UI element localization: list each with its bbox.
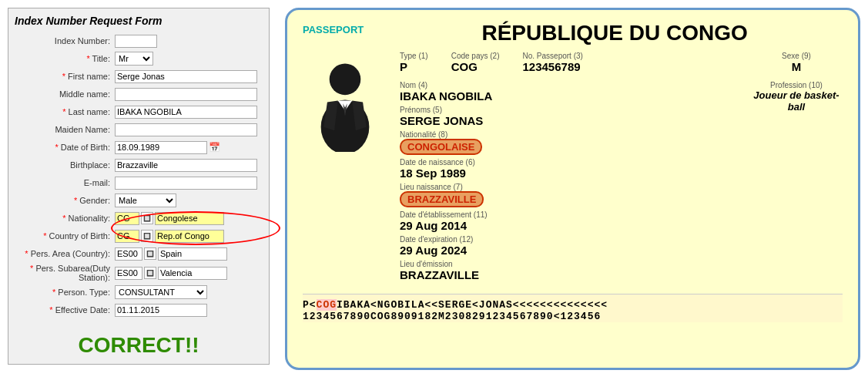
maiden-name-label: Maiden Name:	[15, 125, 115, 134]
dob-label: Date of Birth:	[15, 143, 115, 152]
effective-date-input[interactable]	[115, 304, 207, 317]
middle-name-input[interactable]	[115, 88, 257, 101]
pers-subarea-flag-btn[interactable]: 🔲	[144, 267, 156, 279]
sex-block: Sexe (9) M	[750, 52, 843, 73]
dob-input[interactable]	[115, 141, 207, 154]
pers-subarea-text-input[interactable]	[158, 267, 227, 280]
nationality-text-input[interactable]	[155, 212, 224, 225]
calendar-icon[interactable]: 📅	[209, 142, 220, 153]
country-birth-label: Country of Birth:	[15, 231, 115, 241]
dob-row: Date of Birth: 📅	[15, 140, 263, 155]
birthplace-row: Birthplace:	[15, 157, 263, 173]
mrz-line-2: 1234567890COG8909182M2308291234567890<12…	[303, 311, 843, 322]
title-select[interactable]: Mr Ms Dr	[115, 52, 153, 66]
nom-value: IBAKA NGOBILA	[400, 89, 738, 103]
email-input[interactable]	[115, 177, 257, 190]
type-block: Type (1) P	[400, 52, 428, 73]
passport-no-value: 123456789	[523, 60, 583, 73]
prenoms-block: Prénoms (5) SERGE JONAS	[400, 106, 738, 127]
pp-emission-label: Lieu d'émission	[400, 260, 738, 268]
form-panel: Index Number Request Form Index Number: …	[8, 8, 270, 365]
pp-birthplace-label: Lieu naissance (7)	[400, 183, 738, 191]
correct-label: CORRECT!!	[15, 333, 263, 358]
mrz-section: P<COGIBAKA<NGOBILA<<SERGE<JONAS<<<<<<<<<…	[303, 294, 843, 322]
expiry-block: Date d'expiration (12) 29 Aug 2024	[400, 235, 738, 257]
emission-block: Lieu d'émission BRAZZAVILLE	[400, 260, 738, 281]
first-name-label: First name:	[15, 72, 115, 81]
country-birth-code-input[interactable]	[115, 230, 139, 243]
effective-date-label: Effective Date:	[15, 305, 115, 315]
effective-date-row: Effective Date:	[15, 302, 263, 318]
mrz-highlight-cog: COG	[317, 299, 337, 311]
pers-area-label: Pers. Area (Country):	[15, 249, 115, 258]
last-name-input[interactable]	[115, 106, 257, 119]
passport-info: Type (1) P Code pays (2) COG No. Passepo…	[400, 52, 738, 284]
passport-country-title: RÉPUBLIQUE DU CONGO	[387, 21, 843, 45]
country-birth-row: Country of Birth: 🔲	[15, 228, 263, 244]
gender-select[interactable]: Male Female	[115, 194, 176, 207]
nom-label: Nom (4)	[400, 81, 738, 89]
email-row: E-mail:	[15, 175, 263, 190]
mrz-line-1: P<COGIBAKA<NGOBILA<<SERGE<JONAS<<<<<<<<<…	[303, 299, 843, 311]
profession-block: Profession (10) Joueur de basket-ball	[750, 81, 843, 113]
birthplace-input[interactable]	[115, 159, 257, 172]
index-number-label: Index Number:	[15, 36, 115, 45]
country-code-value: COG	[451, 60, 500, 73]
index-number-input[interactable]	[115, 35, 157, 48]
svg-point-0	[330, 64, 361, 96]
passport-no-label: No. Passeport (3)	[523, 52, 583, 60]
form-title: Index Number Request Form	[15, 15, 263, 27]
index-number-row: Index Number:	[15, 33, 263, 49]
pers-subarea-group: 🔲	[115, 267, 227, 280]
pp-profession-label: Profession (10)	[750, 81, 843, 89]
pp-dob-label: Date de naissance (6)	[400, 158, 738, 167]
pers-area-flag-btn[interactable]: 🔲	[144, 247, 156, 260]
pers-area-text-input[interactable]	[158, 247, 227, 261]
maiden-name-input[interactable]	[115, 123, 257, 136]
person-type-select[interactable]: CONSULTANT STAFF	[115, 285, 207, 299]
pers-subarea-code-input[interactable]	[115, 267, 142, 280]
last-name-label: Last name:	[15, 107, 115, 116]
country-birth-text-input[interactable]	[155, 230, 224, 243]
pp-birthplace-value: BRAZZAVILLE	[400, 191, 484, 207]
nationality-row: Nationality: 🔲	[15, 210, 263, 226]
country-code-label: Code pays (2)	[451, 52, 500, 60]
pp-dob-value: 18 Sep 1989	[400, 167, 738, 180]
pp-emission-value: BRAZZAVILLE	[400, 268, 738, 281]
country-birth-flag-btn[interactable]: 🔲	[141, 230, 153, 242]
middle-name-label: Middle name:	[15, 89, 115, 99]
passport-right-col: Sexe (9) M Profession (10) Joueur de bas…	[750, 52, 843, 284]
passport-header: PASSEPORT RÉPUBLIQUE DU CONGO	[303, 21, 843, 45]
dob-block: Date de naissance (6) 18 Sep 1989	[400, 158, 738, 180]
country-code-block: Code pays (2) COG	[451, 52, 500, 73]
nationality-group: 🔲	[115, 212, 224, 225]
pp-expiry-value: 29 Aug 2024	[400, 244, 738, 257]
birthplace-block: Lieu naissance (7) BRAZZAVILLE	[400, 183, 738, 207]
birthplace-label: Birthplace:	[15, 160, 115, 170]
issue-date-block: Date d'établissement (11) 29 Aug 2014	[400, 210, 738, 232]
prenoms-label: Prénoms (5)	[400, 106, 738, 114]
pers-area-code-input[interactable]	[115, 247, 142, 261]
email-label: E-mail:	[15, 178, 115, 187]
pp-nationality-value: CONGOLAISE	[400, 139, 482, 155]
pp-sex-label: Sexe (9)	[750, 52, 843, 60]
first-name-input[interactable]	[115, 70, 257, 83]
pp-nationality-label: Nationalité (8)	[400, 130, 738, 139]
nationality-flag-btn[interactable]: 🔲	[141, 212, 153, 224]
title-label: Title:	[15, 54, 115, 63]
middle-name-row: Middle name:	[15, 86, 263, 102]
pers-area-group: 🔲	[115, 247, 227, 261]
passport-label: PASSEPORT	[303, 24, 364, 35]
last-name-row: Last name:	[15, 104, 263, 119]
person-silhouette-icon	[310, 59, 380, 152]
pp-profession-value: Joueur de basket-ball	[750, 89, 843, 113]
nationality-code-input[interactable]	[115, 212, 139, 225]
passport-panel: PASSEPORT RÉPUBLIQUE DU CONGO	[285, 8, 860, 370]
type-label: Type (1)	[400, 52, 428, 60]
prenoms-value: SERGE JONAS	[400, 114, 738, 127]
person-type-row: Person. Type: CONSULTANT STAFF	[15, 284, 263, 300]
country-birth-group: 🔲	[115, 230, 224, 243]
passport-body: Type (1) P Code pays (2) COG No. Passepo…	[303, 52, 843, 284]
person-type-label: Person. Type:	[15, 288, 115, 297]
pers-area-row: Pers. Area (Country): 🔲	[15, 246, 263, 261]
